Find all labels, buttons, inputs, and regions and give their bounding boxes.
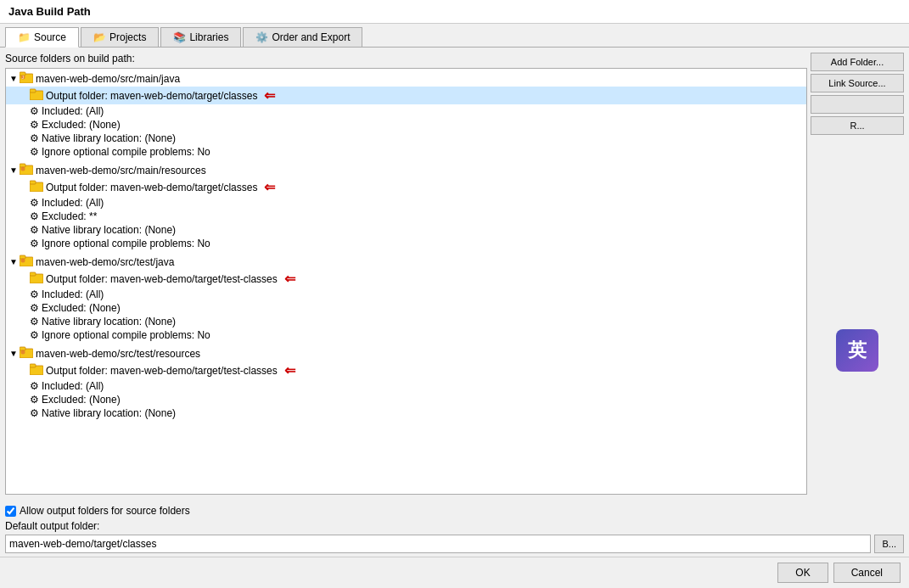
tree-item-native-2[interactable]: ⚙ Native library location: (None): [6, 223, 806, 237]
svg-point-13: [21, 259, 25, 263]
tab-libraries[interactable]: 📚 Libraries: [160, 27, 241, 47]
settings-icon-ignore-3: ⚙: [30, 329, 39, 341]
tab-order-export[interactable]: ⚙️ Order and Export: [243, 27, 362, 47]
tree-label-output-3: Output folder: maven-web-demo/target/tes…: [46, 273, 278, 285]
dialog-title: Java Build Path: [0, 0, 909, 24]
expand-arrow-src-test-java[interactable]: ▼: [9, 257, 18, 266]
tree-label-excluded-1: Excluded: (None): [42, 119, 121, 131]
tree-label-excluded-4: Excluded: (None): [42, 394, 121, 406]
tree-item-included-3[interactable]: ⚙ Included: (All): [6, 288, 806, 301]
expand-arrow-src-main-java[interactable]: ▼: [9, 74, 18, 83]
tree-item-native-1[interactable]: ⚙ Native library location: (None): [6, 132, 806, 145]
bottom-area: Allow output folders for source folders …: [0, 500, 909, 557]
settings-icon-included-2: ⚙: [30, 197, 39, 209]
tab-projects[interactable]: 📂 Projects: [81, 27, 159, 47]
default-output-input[interactable]: [5, 535, 871, 553]
tree-container[interactable]: ▼ J maven-web-demo/src/main/java Output …: [5, 68, 807, 495]
source-section-label: Source folders on build path:: [5, 53, 807, 64]
tree-label-ignore-2: Ignore optional compile problems: No: [42, 238, 210, 249]
content-area: Source folders on build path: ▼ J maven-…: [0, 48, 909, 500]
settings-icon-native-3: ⚙: [30, 316, 39, 328]
tree-item-included-1[interactable]: ⚙ Included: (All): [6, 104, 806, 118]
tree-label-excluded-3: Excluded: (None): [42, 302, 121, 314]
tree-item-output-1[interactable]: Output folder: maven-web-demo/target/cla…: [6, 87, 806, 104]
right-panel: Add Folder... Link Source... R... 英: [811, 53, 904, 495]
projects-tab-icon: 📂: [93, 31, 106, 43]
output-folder-icon-4: [30, 363, 43, 378]
libraries-tab-icon: 📚: [173, 31, 186, 43]
tree-item-excluded-3[interactable]: ⚙ Excluded: (None): [6, 301, 806, 315]
tree-section-src-test-java: ▼ maven-web-demo/src/test/java Output fo…: [6, 252, 806, 344]
tree-item-excluded-2[interactable]: ⚙ Excluded: **: [6, 210, 806, 223]
output-folder-icon-3: [30, 272, 43, 286]
tree-item-native-4[interactable]: ⚙ Native library location: (None): [6, 406, 806, 420]
tree-item-included-2[interactable]: ⚙ Included: (All): [6, 196, 806, 210]
tree-root-src-main-resources[interactable]: ▼ maven-web-demo/src/main/resources: [6, 162, 806, 178]
tree-label-src-test-java: maven-web-demo/src/test/java: [36, 256, 174, 268]
svg-rect-10: [30, 181, 36, 184]
settings-icon-excluded-3: ⚙: [30, 302, 39, 314]
settings-icon-native-1: ⚙: [30, 132, 39, 144]
app-icon-area: 英: [811, 137, 904, 495]
tree-label-included-2: Included: (All): [42, 197, 104, 209]
folder-icon-src-test-java: [20, 255, 33, 269]
r-button[interactable]: R...: [811, 116, 904, 135]
blank-button[interactable]: [811, 95, 904, 114]
expand-arrow-src-main-resources[interactable]: ▼: [9, 165, 18, 175]
tree-item-ignore-3[interactable]: ⚙ Ignore optional compile problems: No: [6, 328, 806, 342]
add-folder-button[interactable]: Add Folder...: [811, 53, 904, 71]
svg-rect-5: [30, 89, 36, 92]
source-tab-label: Source: [34, 31, 66, 43]
tree-root-src-test-resources[interactable]: ▼ maven-web-demo/src/test/resources: [6, 345, 806, 361]
tree-item-ignore-1[interactable]: ⚙ Ignore optional compile problems: No: [6, 145, 806, 159]
folder-icon-src-main-resources: [20, 163, 33, 177]
tree-item-output-4[interactable]: Output folder: maven-web-demo/target/tes…: [6, 361, 806, 379]
cancel-button[interactable]: Cancel: [833, 563, 901, 583]
settings-icon-excluded-2: ⚙: [30, 210, 39, 222]
allow-output-folders-row: Allow output folders for source folders: [5, 505, 904, 517]
ok-button[interactable]: OK: [777, 563, 828, 583]
link-source-button[interactable]: Link Source...: [811, 74, 904, 92]
expand-arrow-src-test-resources[interactable]: ▼: [9, 349, 18, 358]
tree-section-src-main-resources: ▼ maven-web-demo/src/main/resources Outp…: [6, 160, 806, 252]
tree-root-src-main-java[interactable]: ▼ J maven-web-demo/src/main/java: [6, 70, 806, 87]
tree-item-excluded-4[interactable]: ⚙ Excluded: (None): [6, 393, 806, 406]
svg-rect-15: [30, 272, 36, 276]
tree-root-src-test-java[interactable]: ▼ maven-web-demo/src/test/java: [6, 254, 806, 270]
allow-output-label: Allow output folders for source folders: [20, 505, 190, 517]
tab-source[interactable]: 📁 Source: [5, 27, 79, 48]
allow-output-checkbox[interactable]: [5, 506, 16, 517]
app-icon: 英: [836, 329, 878, 372]
tree-label-native-1: Native library location: (None): [42, 132, 176, 144]
settings-icon-included-4: ⚙: [30, 380, 39, 392]
settings-icon-excluded-1: ⚙: [30, 119, 39, 131]
tree-item-excluded-1[interactable]: ⚙ Excluded: (None): [6, 118, 806, 132]
red-arrow-3: ⇐: [284, 271, 295, 287]
order-export-tab-icon: ⚙️: [255, 31, 268, 43]
tree-label-excluded-2: Excluded: **: [42, 210, 97, 222]
tree-label-included-3: Included: (All): [42, 288, 104, 300]
tree-label-native-4: Native library location: (None): [42, 407, 176, 419]
tree-item-native-3[interactable]: ⚙ Native library location: (None): [6, 315, 806, 328]
tree-item-output-2[interactable]: Output folder: maven-web-demo/target/cla…: [6, 178, 806, 196]
tree-label-output-1: Output folder: maven-web-demo/target/cla…: [46, 90, 257, 102]
browse-button[interactable]: B...: [874, 535, 904, 553]
settings-icon-ignore-1: ⚙: [30, 146, 39, 158]
settings-icon-included-3: ⚙: [30, 288, 39, 300]
tree-item-output-3[interactable]: Output folder: maven-web-demo/target/tes…: [6, 270, 806, 288]
settings-icon-included-1: ⚙: [30, 105, 39, 117]
tree-section-src-test-resources: ▼ maven-web-demo/src/test/resources Outp…: [6, 344, 806, 422]
tree-label-src-main-java: maven-web-demo/src/main/java: [36, 73, 180, 85]
default-output-label: Default output folder:: [5, 520, 904, 532]
tree-item-included-4[interactable]: ⚙ Included: (All): [6, 379, 806, 393]
svg-rect-7: [20, 164, 25, 167]
tree-label-output-4: Output folder: maven-web-demo/target/tes…: [46, 365, 278, 377]
source-tab-icon: 📁: [18, 31, 31, 43]
tree-section-src-main-java: ▼ J maven-web-demo/src/main/java Output …: [6, 69, 806, 160]
svg-rect-17: [20, 347, 25, 350]
settings-icon-native-4: ⚙: [30, 407, 39, 419]
settings-icon-ignore-2: ⚙: [30, 238, 39, 249]
tree-item-ignore-2[interactable]: ⚙ Ignore optional compile problems: No: [6, 237, 806, 250]
tree-label-output-2: Output folder: maven-web-demo/target/cla…: [46, 182, 257, 193]
red-arrow-4: ⇐: [284, 362, 295, 378]
